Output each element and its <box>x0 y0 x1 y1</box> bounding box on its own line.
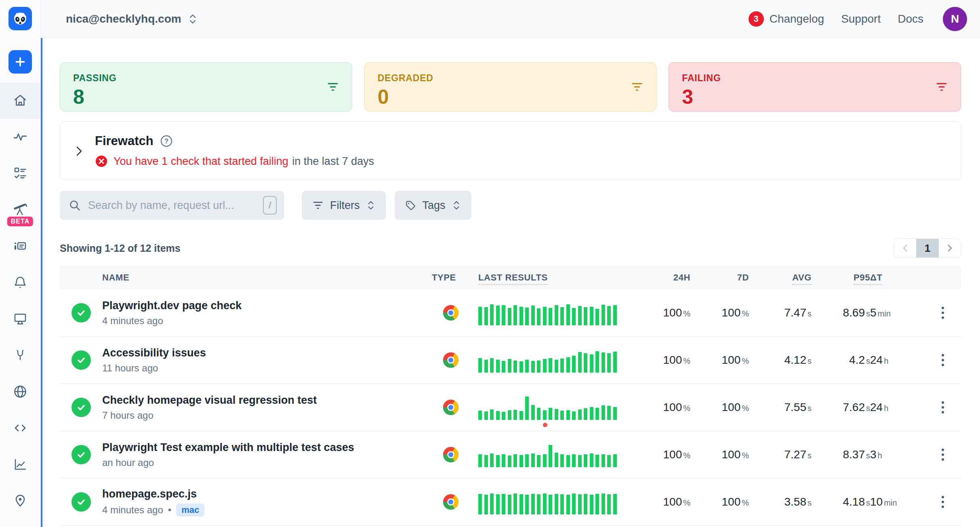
sidebar-item-maintenance[interactable] <box>0 337 41 373</box>
last-results-chart[interactable] <box>478 348 646 373</box>
create-new-button[interactable] <box>8 50 32 74</box>
firewatch-alert-text[interactable]: You have 1 check that started failing <box>114 155 288 167</box>
result-bar[interactable] <box>549 308 552 325</box>
result-bar[interactable] <box>484 455 488 467</box>
result-bar[interactable] <box>566 304 570 325</box>
check-row[interactable]: Checkly homepage visual regression test … <box>60 384 961 431</box>
result-bar[interactable] <box>549 408 552 420</box>
tag-badge[interactable]: mac <box>176 504 204 516</box>
result-bar[interactable] <box>531 306 535 325</box>
check-row[interactable]: homepage.spec.js 4 minutes ago • mac 100… <box>60 479 961 526</box>
result-bar[interactable] <box>572 411 576 420</box>
result-bar[interactable] <box>484 360 488 373</box>
result-bar[interactable] <box>590 453 593 467</box>
result-bar[interactable] <box>519 361 523 373</box>
result-bar[interactable] <box>572 308 576 325</box>
filter-icon[interactable] <box>631 82 643 92</box>
check-name[interactable]: Playwright Test example with multiple te… <box>102 441 432 454</box>
sidebar-item-dashboards[interactable] <box>0 301 41 337</box>
sidebar-item-analytics[interactable] <box>0 446 41 483</box>
last-results-chart[interactable] <box>478 300 646 325</box>
result-bar[interactable] <box>543 359 547 373</box>
search-box[interactable]: / <box>60 191 284 220</box>
result-bar[interactable] <box>531 361 535 373</box>
result-bar[interactable] <box>549 495 552 514</box>
result-bar[interactable] <box>584 307 587 325</box>
result-bar[interactable] <box>584 494 587 514</box>
result-bar[interactable] <box>478 454 482 467</box>
result-bar[interactable] <box>560 307 564 325</box>
result-bar[interactable] <box>566 495 570 514</box>
result-bar[interactable] <box>595 309 599 325</box>
sidebar-item-snippets[interactable] <box>0 410 41 446</box>
result-bar[interactable] <box>531 494 535 514</box>
result-bar[interactable] <box>502 494 505 514</box>
last-results-chart[interactable] <box>478 489 646 514</box>
passing-status-icon[interactable] <box>72 303 91 323</box>
result-bar[interactable] <box>578 352 582 373</box>
result-bar[interactable] <box>578 494 582 514</box>
result-bar[interactable] <box>584 353 587 373</box>
sidebar-item-private-locations[interactable] <box>0 373 41 410</box>
result-bar[interactable] <box>537 360 540 373</box>
question-circle-icon[interactable]: ? <box>160 135 173 148</box>
result-bar[interactable] <box>601 352 605 373</box>
filter-icon[interactable] <box>936 82 948 92</box>
row-menu-button[interactable] <box>938 445 947 464</box>
sidebar-item-home[interactable] <box>0 82 41 119</box>
result-bar[interactable] <box>613 494 617 514</box>
next-page-button[interactable] <box>939 239 961 257</box>
passing-status-icon[interactable] <box>72 350 91 370</box>
result-bar[interactable] <box>496 411 500 420</box>
result-bar[interactable] <box>590 495 593 514</box>
row-menu-button[interactable] <box>938 398 947 417</box>
passing-status-icon[interactable] <box>72 492 91 512</box>
result-bar[interactable] <box>513 360 517 373</box>
result-bar[interactable] <box>513 493 517 514</box>
result-bar[interactable] <box>513 454 517 467</box>
result-bar[interactable] <box>549 445 552 467</box>
result-bar[interactable] <box>555 305 558 325</box>
result-bar[interactable] <box>560 494 564 514</box>
result-bar[interactable] <box>555 409 558 420</box>
result-bar[interactable] <box>513 410 517 420</box>
result-bar[interactable] <box>578 306 582 325</box>
check-name[interactable]: Checkly homepage visual regression test <box>102 394 432 407</box>
result-bar[interactable] <box>560 358 564 373</box>
check-name[interactable]: Accessibility issues <box>102 347 432 359</box>
result-bar[interactable] <box>590 354 593 373</box>
search-input[interactable] <box>88 199 256 212</box>
result-bar[interactable] <box>601 493 605 514</box>
result-bar[interactable] <box>525 308 529 325</box>
result-bar[interactable] <box>508 308 511 325</box>
result-bar[interactable] <box>508 455 511 467</box>
result-bar[interactable] <box>537 455 540 467</box>
result-bar[interactable] <box>496 455 500 467</box>
result-bar[interactable] <box>584 408 587 420</box>
result-bar[interactable] <box>543 493 547 514</box>
failed-run-dot[interactable] <box>543 423 547 427</box>
result-bar[interactable] <box>572 454 576 467</box>
check-row[interactable]: Playwright Test example with multiple te… <box>60 431 961 479</box>
docs-link[interactable]: Docs <box>898 13 923 25</box>
result-bar[interactable] <box>502 412 505 420</box>
result-bar[interactable] <box>519 411 523 420</box>
passing-card[interactable]: PASSING 8 <box>60 62 352 112</box>
result-bar[interactable] <box>555 360 558 373</box>
check-name[interactable]: Playwright.dev page check <box>102 299 432 312</box>
result-bar[interactable] <box>607 306 611 325</box>
result-bar[interactable] <box>496 494 500 514</box>
result-bar[interactable] <box>595 408 599 420</box>
result-bar[interactable] <box>607 353 611 373</box>
support-link[interactable]: Support <box>841 13 881 25</box>
result-bar[interactable] <box>478 411 482 420</box>
result-bar[interactable] <box>484 495 488 514</box>
filters-button[interactable]: Filters <box>302 191 386 220</box>
row-menu-button[interactable] <box>938 493 947 511</box>
result-bar[interactable] <box>525 396 529 420</box>
result-bar[interactable] <box>496 360 500 373</box>
result-bar[interactable] <box>578 455 582 467</box>
result-bar[interactable] <box>572 356 576 373</box>
result-bar[interactable] <box>496 306 500 325</box>
result-bar[interactable] <box>525 454 529 467</box>
